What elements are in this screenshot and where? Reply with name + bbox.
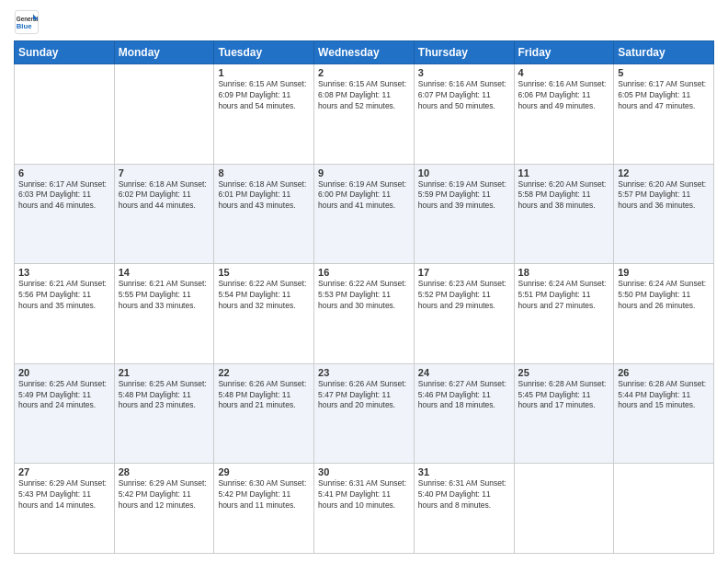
day-number: 14 — [119, 267, 210, 278]
calendar-week-row: 20Sunrise: 6:25 AM Sunset: 5:49 PM Dayli… — [15, 363, 714, 464]
calendar-cell: 19Sunrise: 6:24 AM Sunset: 5:50 PM Dayli… — [614, 264, 714, 364]
day-info: Sunrise: 6:17 AM Sunset: 6:05 PM Dayligh… — [618, 79, 710, 112]
day-info: Sunrise: 6:19 AM Sunset: 6:00 PM Dayligh… — [318, 179, 410, 213]
day-number: 26 — [618, 367, 710, 378]
day-info: Sunrise: 6:19 AM Sunset: 5:59 PM Dayligh… — [418, 179, 510, 213]
calendar-cell: 24Sunrise: 6:27 AM Sunset: 5:46 PM Dayli… — [414, 363, 514, 464]
day-number: 5 — [618, 67, 710, 78]
day-info: Sunrise: 6:30 AM Sunset: 5:42 PM Dayligh… — [218, 478, 310, 511]
day-number: 4 — [518, 67, 610, 78]
day-number: 13 — [18, 267, 110, 278]
calendar-cell: 30Sunrise: 6:31 AM Sunset: 5:41 PM Dayli… — [314, 464, 415, 554]
calendar-header-row: SundayMondayTuesdayWednesdayThursdayFrid… — [15, 41, 714, 64]
day-info: Sunrise: 6:23 AM Sunset: 5:52 PM Dayligh… — [418, 279, 510, 312]
day-info: Sunrise: 6:16 AM Sunset: 6:06 PM Dayligh… — [518, 79, 610, 112]
col-header-monday: Monday — [114, 41, 214, 64]
day-info: Sunrise: 6:29 AM Sunset: 5:42 PM Dayligh… — [119, 478, 210, 511]
calendar-cell: 11Sunrise: 6:20 AM Sunset: 5:58 PM Dayli… — [514, 164, 614, 264]
calendar-cell: 16Sunrise: 6:22 AM Sunset: 5:53 PM Dayli… — [314, 264, 415, 364]
calendar-cell — [614, 464, 714, 554]
calendar-cell: 1Sunrise: 6:15 AM Sunset: 6:09 PM Daylig… — [214, 64, 314, 165]
day-info: Sunrise: 6:21 AM Sunset: 5:56 PM Dayligh… — [18, 279, 110, 312]
day-info: Sunrise: 6:25 AM Sunset: 5:49 PM Dayligh… — [18, 379, 110, 412]
logo: General Blue — [14, 9, 43, 35]
day-info: Sunrise: 6:24 AM Sunset: 5:50 PM Dayligh… — [618, 279, 710, 312]
calendar-cell: 21Sunrise: 6:25 AM Sunset: 5:48 PM Dayli… — [114, 363, 214, 464]
day-number: 27 — [18, 466, 110, 477]
calendar-week-row: 13Sunrise: 6:21 AM Sunset: 5:56 PM Dayli… — [15, 264, 714, 364]
calendar-cell: 4Sunrise: 6:16 AM Sunset: 6:06 PM Daylig… — [514, 64, 614, 165]
day-number: 10 — [418, 167, 510, 178]
day-number: 19 — [618, 267, 710, 278]
col-header-sunday: Sunday — [15, 41, 115, 64]
day-number: 12 — [618, 167, 710, 178]
calendar-cell: 7Sunrise: 6:18 AM Sunset: 6:02 PM Daylig… — [114, 164, 214, 264]
calendar-table: SundayMondayTuesdayWednesdayThursdayFrid… — [14, 40, 714, 554]
day-number: 1 — [218, 67, 310, 78]
calendar-cell: 5Sunrise: 6:17 AM Sunset: 6:05 PM Daylig… — [614, 64, 714, 165]
day-number: 30 — [318, 466, 410, 477]
day-info: Sunrise: 6:26 AM Sunset: 5:47 PM Dayligh… — [318, 379, 410, 412]
day-number: 25 — [518, 367, 610, 378]
day-number: 11 — [518, 167, 610, 178]
calendar-cell — [114, 64, 214, 165]
calendar-cell: 18Sunrise: 6:24 AM Sunset: 5:51 PM Dayli… — [514, 264, 614, 364]
day-info: Sunrise: 6:17 AM Sunset: 6:03 PM Dayligh… — [18, 179, 110, 213]
day-info: Sunrise: 6:22 AM Sunset: 5:54 PM Dayligh… — [218, 279, 310, 312]
col-header-wednesday: Wednesday — [314, 41, 415, 64]
day-info: Sunrise: 6:29 AM Sunset: 5:43 PM Dayligh… — [18, 478, 110, 511]
day-info: Sunrise: 6:28 AM Sunset: 5:45 PM Dayligh… — [518, 379, 610, 412]
svg-text:Blue: Blue — [17, 22, 32, 30]
calendar-cell: 27Sunrise: 6:29 AM Sunset: 5:43 PM Dayli… — [15, 464, 115, 554]
day-number: 17 — [418, 267, 510, 278]
day-info: Sunrise: 6:26 AM Sunset: 5:48 PM Dayligh… — [218, 379, 310, 412]
calendar-cell: 6Sunrise: 6:17 AM Sunset: 6:03 PM Daylig… — [15, 164, 115, 264]
day-number: 22 — [218, 367, 310, 378]
day-number: 18 — [518, 267, 610, 278]
day-number: 8 — [218, 167, 310, 178]
day-info: Sunrise: 6:22 AM Sunset: 5:53 PM Dayligh… — [318, 279, 410, 312]
calendar-cell: 25Sunrise: 6:28 AM Sunset: 5:45 PM Dayli… — [514, 363, 614, 464]
day-number: 2 — [318, 67, 410, 78]
col-header-friday: Friday — [514, 41, 614, 64]
calendar-cell: 9Sunrise: 6:19 AM Sunset: 6:00 PM Daylig… — [314, 164, 415, 264]
calendar-cell: 20Sunrise: 6:25 AM Sunset: 5:49 PM Dayli… — [15, 363, 115, 464]
day-number: 3 — [418, 67, 510, 78]
col-header-thursday: Thursday — [414, 41, 514, 64]
header: General Blue — [14, 9, 714, 35]
day-number: 9 — [318, 167, 410, 178]
day-info: Sunrise: 6:18 AM Sunset: 6:02 PM Dayligh… — [119, 179, 210, 213]
day-number: 24 — [418, 367, 510, 378]
day-number: 21 — [119, 367, 210, 378]
calendar-cell: 17Sunrise: 6:23 AM Sunset: 5:52 PM Dayli… — [414, 264, 514, 364]
day-number: 16 — [318, 267, 410, 278]
day-info: Sunrise: 6:24 AM Sunset: 5:51 PM Dayligh… — [518, 279, 610, 312]
calendar-cell: 8Sunrise: 6:18 AM Sunset: 6:01 PM Daylig… — [214, 164, 314, 264]
page: General Blue SundayMondayTuesdayWednesda… — [0, 0, 728, 563]
day-number: 20 — [18, 367, 110, 378]
day-info: Sunrise: 6:27 AM Sunset: 5:46 PM Dayligh… — [418, 379, 510, 412]
calendar-cell: 10Sunrise: 6:19 AM Sunset: 5:59 PM Dayli… — [414, 164, 514, 264]
day-number: 15 — [218, 267, 310, 278]
day-info: Sunrise: 6:28 AM Sunset: 5:44 PM Dayligh… — [618, 379, 710, 412]
calendar-cell: 31Sunrise: 6:31 AM Sunset: 5:40 PM Dayli… — [414, 464, 514, 554]
col-header-saturday: Saturday — [614, 41, 714, 64]
calendar-cell — [15, 64, 115, 165]
calendar-cell: 13Sunrise: 6:21 AM Sunset: 5:56 PM Dayli… — [15, 264, 115, 364]
day-number: 6 — [18, 167, 110, 178]
calendar-week-row: 6Sunrise: 6:17 AM Sunset: 6:03 PM Daylig… — [15, 164, 714, 264]
calendar-cell: 12Sunrise: 6:20 AM Sunset: 5:57 PM Dayli… — [614, 164, 714, 264]
day-info: Sunrise: 6:16 AM Sunset: 6:07 PM Dayligh… — [418, 79, 510, 112]
logo-icon: General Blue — [14, 9, 40, 35]
calendar-week-row: 1Sunrise: 6:15 AM Sunset: 6:09 PM Daylig… — [15, 64, 714, 165]
day-info: Sunrise: 6:15 AM Sunset: 6:08 PM Dayligh… — [318, 79, 410, 112]
calendar-cell: 22Sunrise: 6:26 AM Sunset: 5:48 PM Dayli… — [214, 363, 314, 464]
day-number: 28 — [119, 466, 210, 477]
calendar-cell: 14Sunrise: 6:21 AM Sunset: 5:55 PM Dayli… — [114, 264, 214, 364]
calendar-cell: 29Sunrise: 6:30 AM Sunset: 5:42 PM Dayli… — [214, 464, 314, 554]
day-number: 29 — [218, 466, 310, 477]
day-info: Sunrise: 6:25 AM Sunset: 5:48 PM Dayligh… — [119, 379, 210, 412]
day-info: Sunrise: 6:18 AM Sunset: 6:01 PM Dayligh… — [218, 179, 310, 213]
day-info: Sunrise: 6:21 AM Sunset: 5:55 PM Dayligh… — [119, 279, 210, 312]
day-info: Sunrise: 6:31 AM Sunset: 5:40 PM Dayligh… — [418, 478, 510, 511]
